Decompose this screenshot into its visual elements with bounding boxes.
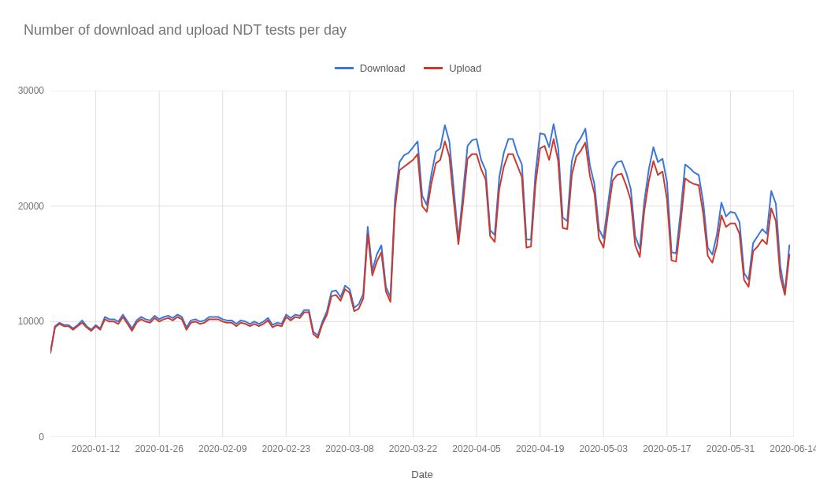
legend-label-upload: Upload bbox=[449, 62, 481, 74]
y-tick-label: 20000 bbox=[18, 201, 44, 212]
legend-item-download: Download bbox=[335, 62, 406, 74]
chart-svg bbox=[50, 91, 794, 437]
x-tick-label: 2020-04-05 bbox=[452, 443, 500, 454]
grid bbox=[50, 91, 794, 437]
x-tick-label: 2020-03-22 bbox=[389, 443, 437, 454]
series-group bbox=[50, 124, 789, 353]
legend-swatch-upload bbox=[424, 67, 443, 69]
y-tick-label: 30000 bbox=[18, 85, 44, 96]
legend-label-download: Download bbox=[360, 62, 406, 74]
x-tick-label: 2020-01-26 bbox=[135, 443, 183, 454]
x-tick-label: 2020-03-08 bbox=[325, 443, 373, 454]
x-tick-label: 2020-01-12 bbox=[72, 443, 120, 454]
x-axis-label: Date bbox=[411, 469, 432, 480]
y-tick-label: 0 bbox=[39, 432, 44, 443]
x-tick-label: 2020-04-19 bbox=[516, 443, 564, 454]
chart-title: Number of download and upload NDT tests … bbox=[24, 22, 347, 39]
y-tick-label: 10000 bbox=[18, 316, 44, 327]
x-tick-label: 2020-02-23 bbox=[262, 443, 310, 454]
legend-item-upload: Upload bbox=[424, 62, 481, 74]
legend-swatch-download bbox=[335, 67, 354, 69]
legend: Download Upload bbox=[0, 60, 816, 74]
x-tick-label: 2020-02-09 bbox=[198, 443, 247, 454]
series-upload bbox=[50, 139, 789, 353]
plot-area: 0100002000030000 2020-01-122020-01-26202… bbox=[50, 91, 794, 437]
x-tick-label: 2020-05-31 bbox=[707, 443, 755, 454]
x-tick-label: 2020-05-17 bbox=[643, 443, 691, 454]
x-tick-label: 2020-05-03 bbox=[580, 443, 628, 454]
x-tick-label: 2020-06-14 bbox=[770, 443, 816, 454]
